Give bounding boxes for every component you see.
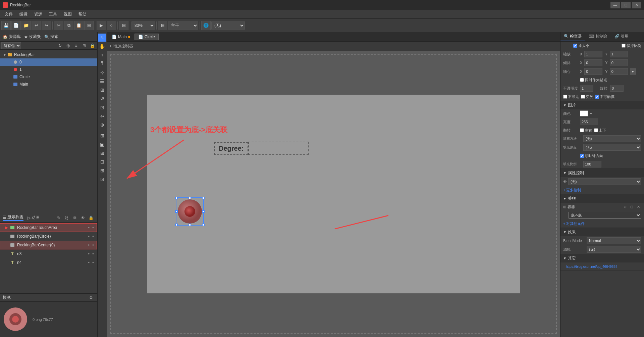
opacity-input[interactable] (580, 85, 593, 92)
handle-bc[interactable] (189, 224, 191, 226)
effects-section-header[interactable]: ▼ 效果 (560, 228, 644, 236)
menu-view[interactable]: 视图 (60, 11, 75, 18)
menu-help[interactable]: 帮助 (75, 11, 90, 18)
degree-input-box[interactable] (248, 142, 309, 155)
network-select[interactable]: (无) (211, 21, 245, 30)
locate-btn[interactable]: ◎ (65, 42, 71, 49)
brightness-input[interactable] (580, 118, 598, 125)
tb-circle[interactable]: ○ (107, 21, 116, 30)
tb-send[interactable]: ▶ (97, 21, 106, 30)
tb-layout[interactable]: ⊞ (158, 21, 167, 30)
same-as-pivot-label[interactable]: 同时作为锚点 (580, 78, 607, 83)
color-dropdown-btn[interactable]: ▼ (589, 112, 593, 115)
pivot-y-input[interactable] (610, 68, 628, 75)
tree-item-0[interactable]: 0 (0, 58, 97, 66)
invisible-checkbox[interactable] (563, 95, 567, 99)
circle-element[interactable] (177, 199, 203, 224)
tree-item-circle[interactable]: Circle (0, 73, 97, 81)
tab-console[interactable]: ⌨ 控制台 (585, 32, 611, 41)
resource-library-label[interactable]: 🏠 资源库 (3, 34, 21, 40)
filter-select-right[interactable]: (无) (587, 246, 641, 253)
tb-globe[interactable]: 🌐 (201, 21, 211, 30)
flip-h-label[interactable]: 左右 (580, 128, 592, 133)
blendmode-select[interactable]: Normal (587, 237, 641, 244)
tool-rotate[interactable]: ↺ (98, 95, 106, 103)
add-more-control-btn[interactable]: + 更多控制 (563, 188, 581, 193)
tool-extra6[interactable]: ⊡ (98, 175, 106, 183)
image-section-header[interactable]: ▼ 图片 (560, 101, 644, 109)
scene-tab-circle[interactable]: 📄 Circle (135, 34, 159, 40)
tb-grid[interactable]: ⊟ (119, 21, 128, 30)
invisible-label[interactable]: 不可见 (563, 94, 579, 99)
no-touch-label[interactable]: 不可触摸 (595, 94, 614, 99)
menu-tools[interactable]: 工具 (46, 11, 60, 18)
tab-reference[interactable]: 🔗 引用 (611, 32, 632, 41)
tool-select[interactable]: ↖ (98, 34, 106, 42)
filter-select[interactable]: 所有包 (1, 42, 21, 49)
layer-visibility-btn[interactable]: 👁 (79, 214, 86, 221)
keep-ratio-checkbox[interactable] (622, 44, 626, 48)
property-control-select[interactable]: (无) (568, 178, 641, 185)
handle-mr[interactable] (202, 210, 205, 213)
play-btn[interactable]: ▶ (3, 224, 10, 231)
links-section-header[interactable]: ▼ 关联 (560, 194, 644, 203)
tool-list[interactable]: ☰ (98, 77, 106, 85)
tb-copy[interactable]: ⧉ (64, 21, 73, 30)
grey-label[interactable]: 变灰 (581, 94, 593, 99)
tool-hand[interactable]: ✋ (98, 42, 106, 50)
handle-tc[interactable] (189, 197, 191, 199)
tool-cursor[interactable]: ⊹ (98, 68, 106, 77)
layer-tab-animation[interactable]: ▷ 动画 (28, 215, 40, 221)
tb-new[interactable]: 📄 (11, 21, 21, 30)
layer-item-toucharea[interactable]: ▶ RockingBarTouchArea • • (0, 223, 97, 232)
layer-edit-btn[interactable]: ✎ (55, 214, 62, 221)
container-link-btn[interactable]: ⊕ (622, 204, 628, 210)
handle-tr[interactable] (202, 197, 205, 199)
container-value-select[interactable]: 底->底 (569, 212, 641, 219)
tool-text2[interactable]: T (98, 60, 106, 68)
skew-y-input[interactable] (610, 59, 628, 66)
original-size-checkbox[interactable] (573, 44, 577, 48)
layer-item-center[interactable]: RockingBarCenter{0} • • (0, 241, 97, 249)
scene-tab-main[interactable]: 📄 Main (108, 34, 134, 40)
original-size-checkbox-label[interactable]: 缩放 原大小 (573, 43, 589, 48)
menu-edit[interactable]: 编辑 (16, 11, 31, 18)
tb-cut[interactable]: ✂ (54, 21, 63, 30)
tool-stretch[interactable]: ⇔ (98, 112, 106, 120)
layer-item-n3[interactable]: T n3 • • (0, 249, 97, 258)
canvas-container[interactable]: Degree: (107, 51, 560, 337)
grey-checkbox[interactable] (581, 95, 585, 99)
clockwise-label[interactable]: 顺时针方向 (580, 153, 603, 158)
handle-br[interactable] (202, 224, 205, 226)
tree-arrow[interactable]: ▼ (3, 53, 7, 57)
add-controller-btn[interactable]: + 增加控制器 (109, 43, 133, 49)
zoom-select[interactable]: 80% 100% 150% (131, 21, 155, 30)
url-link[interactable]: https://blog.csdn.net/qq_46649692 (563, 264, 620, 269)
tool-extra4[interactable]: ⊡ (98, 158, 106, 166)
layer-copy-btn[interactable]: ⧉ (71, 214, 78, 221)
tb-folder[interactable]: 📁 (21, 21, 31, 30)
tab-inspector[interactable]: 🔍 检查器 (560, 32, 585, 41)
container-expand-btn[interactable]: ⊡ (629, 204, 635, 210)
handle-ml[interactable] (175, 210, 178, 213)
fill-method-select[interactable]: (无) (583, 135, 641, 142)
layer-item-n4[interactable]: T n4 • • (0, 258, 97, 267)
layer-link-btn[interactable]: ⛓ (63, 214, 70, 221)
tb-save[interactable]: 💾 (1, 21, 11, 30)
scale-y-input[interactable] (610, 51, 628, 57)
favorites-label[interactable]: ★ 收藏夹 (24, 34, 41, 40)
lock-btn[interactable]: 🔒 (89, 42, 96, 49)
tool-extra2[interactable]: ▣ (98, 140, 106, 148)
maximize-button[interactable]: □ (621, 2, 631, 8)
tool-table[interactable]: ⊞ (98, 86, 106, 94)
rotation-input[interactable] (610, 85, 624, 92)
handle-bl[interactable] (175, 224, 178, 226)
tb-undo[interactable]: ↩ (32, 21, 41, 30)
menu-resource[interactable]: 资源 (31, 11, 46, 18)
flip-v-checkbox[interactable] (594, 128, 598, 132)
scale-x-input[interactable] (584, 51, 602, 57)
tool-extra3[interactable]: ⊞ (98, 149, 106, 157)
same-as-pivot-checkbox[interactable] (580, 78, 584, 82)
pivot-dropdown-btn[interactable]: ▼ (630, 68, 636, 75)
fill-ratio-input[interactable] (583, 161, 601, 167)
